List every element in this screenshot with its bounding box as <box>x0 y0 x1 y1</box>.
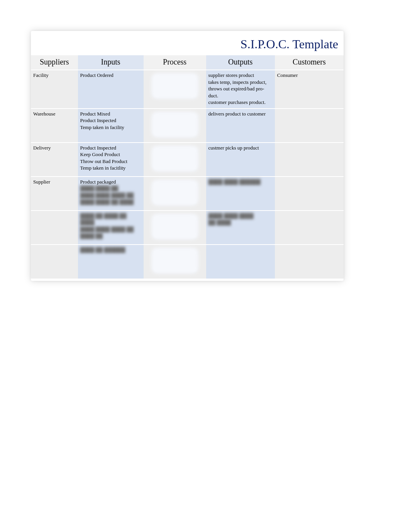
cell-customer <box>275 109 344 143</box>
cell-inputs: ████ ██ ████ ██ ████ ████ ████ ████ ██ █… <box>78 211 144 245</box>
table-row: Warehouse Product Mixed Product Inspecte… <box>31 109 344 143</box>
input-line: Keep Good Product <box>80 151 141 158</box>
cell-supplier: Facility <box>31 70 78 109</box>
output-line-blurred: ██ ████ <box>208 219 273 226</box>
header-outputs: Outputs <box>206 55 275 70</box>
cell-customer <box>275 177 344 211</box>
table-row: Supplier Product packaged ████ ████ ██ █… <box>31 177 344 211</box>
header-suppliers: Suppliers <box>31 55 78 70</box>
cell-process <box>144 143 206 177</box>
cell-outputs: ████ ████ ████ ██ ████ <box>206 211 275 245</box>
cell-customer <box>275 143 344 177</box>
header-customers: Customers <box>275 55 344 70</box>
output-line: delivers product to customer <box>208 110 273 117</box>
cell-supplier: Supplier <box>31 177 78 211</box>
input-line: Product packaged <box>80 178 141 185</box>
input-line: Product Inspected <box>80 144 141 151</box>
table-row: Facility Product Ordered supplier stores… <box>31 70 344 109</box>
sipoc-card: S.I.P.O.C. Template Suppliers Inputs Pro… <box>31 31 344 281</box>
output-line: supplier stores product <box>208 72 273 79</box>
page: S.I.P.O.C. Template Suppliers Inputs Pro… <box>0 0 410 532</box>
cell-supplier: Warehouse <box>31 109 78 143</box>
cell-outputs: supplier stores product takes temp, insp… <box>206 70 275 109</box>
process-box-icon <box>152 73 198 99</box>
cell-outputs <box>206 245 275 279</box>
process-box-icon <box>152 214 198 240</box>
input-line-blurred: ████ ██ <box>80 233 141 240</box>
cell-supplier: Delivery <box>31 143 78 177</box>
cell-inputs: Product packaged ████ ████ ██ ████ ████ … <box>78 177 144 211</box>
table-row: Delivery Product Inspected Keep Good Pro… <box>31 143 344 177</box>
output-line: customer purchases product. <box>208 99 273 106</box>
cell-process <box>144 70 206 109</box>
output-line: duct. <box>208 92 273 99</box>
cell-inputs: Product Inspected Keep Good Product Thro… <box>78 143 144 177</box>
cell-customer: Consumer <box>275 70 344 109</box>
cell-inputs: Product Mixed Product Inspected Temp tak… <box>78 109 144 143</box>
cell-outputs: custmer picks up product <box>206 143 275 177</box>
input-line: Temp taken in facility <box>80 124 141 131</box>
output-line-blurred: ████ ████ ████ <box>208 212 273 219</box>
sipoc-table: Suppliers Inputs Process Outputs Custome… <box>31 55 344 279</box>
input-line: Product Inspected <box>80 117 141 124</box>
header-row: Suppliers Inputs Process Outputs Custome… <box>31 55 344 70</box>
input-line-blurred: ████ ████ ████ ██ <box>80 192 141 199</box>
input-line: Throw out Bad Product <box>80 158 141 165</box>
output-line: custmer picks up product <box>208 144 273 151</box>
cell-outputs: delivers product to customer <box>206 109 275 143</box>
cell-inputs: ████ ██ ██████ <box>78 245 144 279</box>
input-line: Product Mixed <box>80 110 141 117</box>
header-process: Process <box>144 55 206 70</box>
process-box-icon <box>152 146 198 172</box>
input-line-blurred: ████ ██ ████ ██ ████ <box>80 212 141 226</box>
cell-customer <box>275 211 344 245</box>
input-line-blurred: ████ ████ ██ ████ <box>80 199 141 206</box>
document-title: S.I.P.O.C. Template <box>31 31 344 55</box>
cell-supplier <box>31 245 78 279</box>
table-row: ████ ██ ████ ██ ████ ████ ████ ████ ██ █… <box>31 211 344 245</box>
header-inputs: Inputs <box>78 55 144 70</box>
output-line: takes temp, inspects product, throws out… <box>208 79 273 92</box>
process-box-icon <box>152 180 198 206</box>
cell-process <box>144 245 206 279</box>
cell-supplier <box>31 211 78 245</box>
input-line: Temp taken in facitlity <box>80 165 141 172</box>
cell-customer <box>275 245 344 279</box>
cell-process <box>144 109 206 143</box>
process-box-icon <box>152 248 198 274</box>
input-line-blurred: ████ ██ ██████ <box>80 246 141 253</box>
input-line: Product Ordered <box>80 72 141 79</box>
cell-process <box>144 177 206 211</box>
cell-process <box>144 211 206 245</box>
table-row: ████ ██ ██████ <box>31 245 344 279</box>
output-line-blurred: ████ ████ ██████ <box>208 178 273 185</box>
input-line-blurred: ████ ████ ████ ██ <box>80 226 141 233</box>
input-line-blurred: ████ ████ ██ <box>80 185 141 192</box>
process-box-icon <box>152 112 198 138</box>
cell-outputs: ████ ████ ██████ <box>206 177 275 211</box>
cell-inputs: Product Ordered <box>78 70 144 109</box>
